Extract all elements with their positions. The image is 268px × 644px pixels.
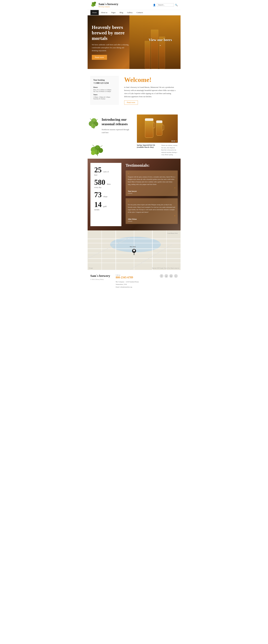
tour-phone: +1 800 123 1234 — [93, 82, 116, 84]
tours-days: Saturday & Sunday — [93, 98, 116, 100]
seasonal-carousel: Spring: Imperial Red Ale (available Marc… — [137, 114, 178, 156]
footer-logo-area: Sam`s brewery © 2016 | Privacy Policy — [90, 274, 113, 280]
testimonial-card-2: " I'm very picky about tripels and other… — [126, 198, 178, 224]
stat-number-litres: 580 — [94, 178, 105, 186]
hours-weekday: Mon–Fri 11:00am to 9:00pm — [93, 89, 116, 90]
nav-gallery[interactable]: Gallery — [125, 10, 134, 15]
map-new-york-label: New York — [130, 246, 136, 248]
hops-decoration-top — [88, 116, 102, 132]
nav-contacts[interactable]: Contacts — [134, 10, 145, 15]
stat-row-shops: 73 shops — [94, 191, 117, 198]
stat-label-shops: shops — [103, 196, 108, 198]
footer-address-line1: My Company – 1234 Standard Road, — [116, 281, 139, 282]
footer-call-label: Call us: — [116, 274, 157, 276]
search-input[interactable] — [157, 3, 174, 7]
social-twitter-icon[interactable]: t — [174, 274, 178, 278]
header: Sam`s brewery Brewing company 👤 🔍 — [88, 0, 181, 10]
seasonal-inner: Introducing our seasonal releases Northw… — [102, 114, 178, 156]
map-attribution: Map data ©2015 Google | Terms of Use | R… — [152, 268, 179, 269]
logo-name: Sam`s brewery — [99, 2, 118, 6]
logo-sub: Brewing company — [99, 6, 118, 8]
footer-social: f p in t — [160, 274, 178, 278]
footer-email: Email: info@emailsite.org — [116, 286, 132, 288]
nav-about[interactable]: About us — [99, 10, 109, 15]
mug-foam-small — [156, 120, 162, 123]
hours-weekend: Sat–Sun 10:00am to 9:00pm — [93, 90, 116, 92]
map-background: Map Satellite — [88, 230, 181, 270]
testimonials-title: Testimonials: — [126, 163, 178, 168]
welcome-content: Welcome! to Sam`s brewery in Grand Marai… — [119, 76, 178, 105]
mug-foam — [145, 118, 153, 121]
view-beers-text: View our beers — [149, 38, 172, 42]
mug-handle — [153, 122, 155, 128]
map-scale: ©Google — [89, 268, 93, 269]
tour-booking-box: Tour booking +1 800 123 1234 Hours Mon–F… — [90, 76, 119, 105]
stat-row-beer: 25 sorts ofbeer — [94, 166, 117, 176]
seasonal-description: Northwest seasons expressed through craf… — [102, 128, 133, 134]
testimonials-section: 25 sorts ofbeer 580 litresevery day 73 s… — [88, 159, 181, 230]
hero-section: Heavenly beers brewed by mere mortals We… — [88, 15, 181, 69]
nav-blog[interactable]: Blog — [118, 10, 125, 15]
beer-mug-small — [156, 122, 162, 136]
hops-decoration-bottom — [88, 142, 107, 157]
user-icon[interactable]: 👤 — [153, 4, 156, 6]
caption-title: Spring: Imperial Red Ale (available Marc… — [137, 144, 159, 156]
welcome-title: Welcome! — [124, 76, 178, 84]
hours-label: Hours — [93, 86, 116, 88]
footer-contact: Call us: 800-2345-6789 My Company – 1234… — [116, 274, 157, 288]
mug-handle-small — [162, 125, 164, 130]
footer-logo-name: Sam`s brewery — [90, 274, 113, 278]
welcome-section: Tour booking +1 800 123 1234 Hours Mon–F… — [88, 69, 181, 112]
welcome-read-more-button[interactable]: Read more — [124, 100, 138, 105]
quote-close-1: " — [128, 187, 176, 190]
hero-title: Heavenly beers brewed by mere mortals — [92, 24, 130, 41]
seasonal-section: Introducing our seasonal releases Northw… — [88, 112, 181, 159]
testimonial-role-1: (client) — [128, 192, 176, 194]
map-label-top: Grand Marais North — [167, 232, 178, 234]
footer: Sam`s brewery © 2016 | Privacy Policy Ca… — [88, 270, 181, 292]
welcome-text: to Sam`s brewery in Grand Marais, Minnes… — [124, 86, 178, 98]
testimonial-author-1: Tom Sawyer — [128, 190, 176, 192]
hero-read-more-button[interactable]: Read more — [92, 55, 107, 60]
tour-booking-title: Tour booking — [93, 79, 116, 81]
view-beers-cta[interactable]: View our beers ⌄ — [149, 38, 172, 46]
nav-home[interactable]: Home — [90, 10, 99, 15]
seasonal-caption: Spring: Imperial Red Ale (available Marc… — [137, 144, 178, 156]
stats-box: 25 sorts ofbeer 580 litresevery day 73 s… — [90, 163, 121, 226]
map-section: Map Satellite — [88, 230, 181, 270]
footer-phone: 800-2345-6789 — [116, 276, 157, 279]
footer-address: My Company – 1234 Standard Road, Somewhe… — [116, 280, 157, 288]
carousel-dot-1[interactable] — [172, 140, 173, 142]
testimonial-role-2: (client) — [128, 220, 176, 222]
social-pinterest-icon[interactable]: p — [165, 274, 168, 278]
stat-number-medals: 14 — [94, 200, 102, 208]
logo-text: Sam`s brewery Brewing company — [99, 2, 118, 8]
seasonal-image — [137, 114, 178, 143]
hops-logo-icon — [90, 2, 97, 8]
testimonial-text-1: Fragrant with the spicy aromas of clove,… — [128, 176, 176, 186]
carousel-dot-3[interactable] — [176, 140, 177, 142]
testimonials-content: Testimonials: " Fragrant with the spicy … — [124, 159, 181, 230]
tours-label: Tours — [93, 94, 116, 96]
stat-row-medals: 14 goldmedals — [94, 201, 117, 211]
social-linkedin-icon[interactable]: in — [169, 274, 173, 278]
search-icon[interactable]: 🔍 — [175, 4, 178, 6]
carousel-dots — [170, 139, 178, 143]
testimonial-author-2: John Nelson — [128, 218, 176, 220]
logo-area: Sam`s brewery Brewing company — [90, 2, 118, 8]
main-nav: Home About us Pages Blog Gallery Contact… — [88, 10, 181, 15]
hero-description: We brew authentic craft beers and offer … — [92, 43, 130, 52]
nav-pages[interactable]: Pages — [109, 10, 118, 15]
quote-open-1: " — [128, 172, 176, 176]
beer-glass-tall — [151, 30, 158, 69]
svg-point-18 — [91, 151, 95, 155]
beer-mug-visual — [137, 114, 170, 143]
testimonial-card-1: " Fragrant with the spicy aromas of clov… — [126, 170, 178, 196]
social-facebook-icon[interactable]: f — [160, 274, 163, 278]
carousel-dot-2[interactable] — [174, 140, 175, 142]
footer-copyright: © 2016 | Privacy Policy — [90, 279, 113, 280]
testimonial-text-2: I'm very picky about tripels and other B… — [128, 204, 176, 213]
caption-description: Warm one minute, stormy the next, this I… — [161, 144, 178, 156]
seasonal-title: Introducing our seasonal releases — [102, 117, 133, 126]
view-beers-arrow: ⌄ — [149, 43, 172, 47]
